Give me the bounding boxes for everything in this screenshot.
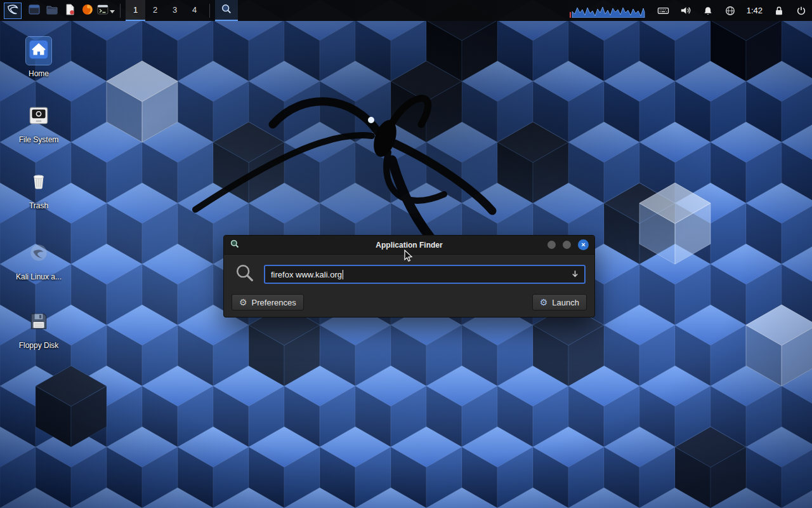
trash-icon: [26, 169, 51, 197]
gear-icon: ⚙: [239, 298, 247, 307]
kali-linux-icon: [26, 240, 51, 268]
application-finder-window: Application Finder × firefox www.kali.or…: [223, 235, 595, 318]
launch-button-label: Launch: [552, 298, 579, 307]
maximize-button[interactable]: [563, 241, 571, 249]
volume-icon[interactable]: [679, 0, 693, 21]
workspace-3[interactable]: 3: [165, 0, 185, 21]
folder-launcher[interactable]: [43, 0, 61, 21]
desktop-icon-trash[interactable]: Trash: [4, 169, 74, 210]
network-globe-icon[interactable]: [723, 0, 737, 21]
text-editor-launcher[interactable]: [61, 0, 79, 21]
top-panel: 1 2 3 4 1:42: [0, 0, 812, 21]
workspace-1-label: 1: [133, 5, 138, 15]
home-icon: [26, 37, 51, 65]
preferences-button-label: Preferences: [252, 298, 296, 307]
document-icon: [63, 3, 76, 18]
close-button[interactable]: ×: [578, 239, 589, 250]
cpu-graph[interactable]: [570, 0, 646, 21]
text-cursor: [343, 270, 343, 279]
firefox-launcher[interactable]: [79, 0, 96, 21]
preferences-button[interactable]: ⚙ Preferences: [232, 294, 304, 311]
desktop-icon-floppy-disk[interactable]: Floppy Disk: [4, 309, 74, 350]
launch-icon: ⚙: [540, 298, 548, 307]
desktop-icon-home[interactable]: Home: [4, 37, 74, 78]
mouse-cursor: [402, 250, 415, 265]
workspace-2-label: 2: [153, 5, 157, 15]
panel-separator: [209, 4, 210, 18]
lock-icon[interactable]: [772, 0, 786, 21]
desktop-icon-label: Home: [29, 69, 49, 78]
minimize-button[interactable]: [547, 241, 556, 249]
application-finder-taskbar-button[interactable]: [215, 0, 238, 21]
application-finder-window-icon: [230, 239, 240, 251]
workspace-4[interactable]: 4: [185, 0, 204, 21]
terminal-launcher[interactable]: [96, 3, 115, 18]
workspace-2[interactable]: 2: [145, 0, 165, 21]
keyboard-layout-icon[interactable]: [657, 0, 671, 21]
panel-separator: [120, 4, 121, 18]
workspace-1[interactable]: 1: [126, 0, 145, 21]
workspace-4-label: 4: [192, 5, 197, 15]
file-manager-launcher[interactable]: [25, 0, 43, 21]
kali-menu-button[interactable]: [4, 3, 22, 19]
chevron-down-icon[interactable]: [110, 5, 115, 17]
dropdown-arrow-icon[interactable]: [570, 269, 580, 281]
search-icon: [221, 3, 232, 17]
clock[interactable]: 1:42: [745, 6, 764, 15]
desktop-icon-file-system[interactable]: File System: [4, 103, 74, 144]
floppy-disk-icon: [26, 309, 51, 337]
kali-logo-icon: [6, 3, 19, 18]
workspace-3-label: 3: [173, 5, 177, 15]
folder-icon: [46, 3, 58, 18]
firefox-icon: [81, 3, 94, 18]
terminal-icon: [96, 3, 109, 18]
notifications-bell-icon[interactable]: [701, 0, 715, 21]
file-system-icon: [26, 103, 51, 131]
power-icon[interactable]: [794, 0, 808, 21]
desktop-icon-label: Kali Linux a...: [16, 272, 62, 281]
launch-button[interactable]: ⚙ Launch: [532, 294, 587, 311]
desktop-icon-kali-linux[interactable]: Kali Linux a...: [4, 240, 74, 281]
desktop-icon-label: File System: [19, 135, 59, 144]
window-title: Application Finder: [224, 241, 594, 250]
window-icon: [28, 3, 41, 18]
search-input-value: firefox www.kali.org: [271, 270, 342, 279]
desktop-icon-label: Floppy Disk: [19, 341, 59, 350]
search-icon: [234, 262, 256, 286]
search-input[interactable]: firefox www.kali.org: [264, 265, 586, 284]
desktop-icon-label: Trash: [29, 201, 48, 210]
